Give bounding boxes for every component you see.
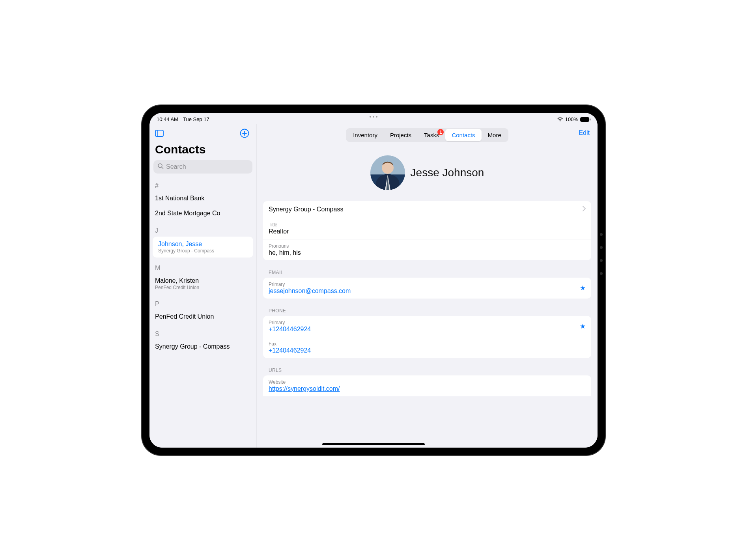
contact-fullname: Jesse Johnson bbox=[411, 166, 484, 179]
field-label: Primary bbox=[269, 320, 586, 325]
field-label: Website bbox=[269, 379, 586, 385]
battery-percent: 100% bbox=[565, 116, 578, 122]
email-row[interactable]: Primary jessejohnson@compass.com ★ bbox=[263, 278, 591, 299]
badge-count: 1 bbox=[437, 129, 444, 135]
add-contact-button[interactable] bbox=[240, 129, 249, 138]
contact-row[interactable]: Malone, Kristen PenFed Credit Union bbox=[149, 273, 256, 294]
multitask-handle-icon[interactable] bbox=[370, 116, 377, 118]
contact-name: Malone, Kristen bbox=[155, 277, 251, 284]
tab-inventory[interactable]: Inventory bbox=[347, 129, 384, 141]
ipad-frame: 10:44 AM Tue Sep 17 100% bbox=[142, 105, 605, 455]
email-value: jessejohnson@compass.com bbox=[269, 287, 586, 295]
company-row[interactable]: Synergy Group - Compass bbox=[263, 201, 591, 218]
svg-rect-2 bbox=[155, 130, 163, 136]
contact-sub: Synergy Group - Compass bbox=[158, 248, 248, 254]
section-header: J bbox=[149, 221, 256, 236]
contact-name: 2nd State Mortgage Co bbox=[155, 210, 251, 217]
contact-row[interactable]: 1st National Bank bbox=[149, 191, 256, 206]
svg-rect-1 bbox=[590, 118, 590, 120]
avatar bbox=[370, 155, 405, 190]
phone-row[interactable]: Fax +12404462924 bbox=[263, 337, 591, 358]
section-header: M bbox=[149, 258, 256, 273]
phone-value: +12404462924 bbox=[269, 326, 586, 333]
field-value: he, him, his bbox=[269, 249, 586, 256]
sidebar-title: Contacts bbox=[149, 140, 256, 160]
star-icon[interactable]: ★ bbox=[580, 284, 586, 292]
search-icon bbox=[157, 163, 164, 171]
search-field[interactable] bbox=[153, 160, 252, 174]
field-label: Fax bbox=[269, 341, 586, 347]
tab-projects[interactable]: Projects bbox=[384, 129, 418, 141]
status-date: Tue Sep 17 bbox=[183, 116, 209, 122]
section-header: S bbox=[149, 324, 256, 339]
star-icon[interactable]: ★ bbox=[580, 322, 586, 330]
section-header-urls: URLS bbox=[257, 362, 598, 375]
company-name: Synergy Group - Compass bbox=[269, 206, 343, 213]
tab-tasks[interactable]: Tasks1 bbox=[418, 129, 445, 141]
tab-more[interactable]: More bbox=[482, 129, 508, 141]
section-header-email: EMAIL bbox=[257, 264, 598, 278]
contact-row[interactable]: PenFed Credit Union bbox=[149, 309, 256, 324]
contact-name: Synergy Group - Compass bbox=[155, 343, 251, 350]
segmented-control: Inventory Projects Tasks1 Contacts More bbox=[346, 128, 508, 142]
contact-row[interactable]: 2nd State Mortgage Co bbox=[149, 206, 256, 221]
tab-contacts[interactable]: Contacts bbox=[445, 129, 481, 141]
phone-value: +12404462924 bbox=[269, 347, 586, 354]
section-header: # bbox=[149, 176, 256, 191]
contact-sub: PenFed Credit Union bbox=[155, 285, 251, 290]
contact-name: Johnson, Jesse bbox=[158, 241, 248, 248]
url-row[interactable]: Website https://synergysoldit.com/ bbox=[263, 375, 591, 396]
status-time: 10:44 AM bbox=[157, 116, 178, 122]
pronouns-row: Pronouns he, him, his bbox=[263, 239, 591, 260]
sidebar: Contacts # 1st National Bank 2nd State M… bbox=[149, 124, 257, 448]
field-label: Primary bbox=[269, 282, 586, 287]
contact-name: PenFed Credit Union bbox=[155, 313, 251, 320]
section-header: P bbox=[149, 294, 256, 309]
search-input[interactable] bbox=[166, 163, 248, 170]
field-label: Pronouns bbox=[269, 243, 586, 249]
section-header-phone: PHONE bbox=[257, 302, 598, 316]
contact-row-selected[interactable]: Johnson, Jesse Synergy Group - Compass bbox=[153, 237, 253, 258]
home-indicator[interactable] bbox=[322, 443, 425, 445]
battery-icon bbox=[580, 117, 590, 122]
svg-line-8 bbox=[162, 167, 163, 169]
detail-pane: Inventory Projects Tasks1 Contacts More … bbox=[257, 124, 598, 448]
edit-button[interactable]: Edit bbox=[579, 129, 590, 136]
contact-row[interactable]: Synergy Group - Compass bbox=[149, 339, 256, 354]
field-value: Realtor bbox=[269, 228, 586, 235]
phone-row[interactable]: Primary +12404462924 ★ bbox=[263, 316, 591, 337]
chevron-right-icon bbox=[583, 206, 586, 213]
wifi-icon bbox=[557, 117, 563, 122]
field-label: Title bbox=[269, 222, 586, 228]
svg-rect-0 bbox=[581, 117, 589, 121]
title-row: Title Realtor bbox=[263, 218, 591, 239]
contact-name: 1st National Bank bbox=[155, 195, 251, 202]
url-value: https://synergysoldit.com/ bbox=[269, 385, 586, 392]
sidebar-toggle-icon[interactable] bbox=[155, 130, 164, 137]
ipad-side-buttons bbox=[600, 233, 603, 275]
